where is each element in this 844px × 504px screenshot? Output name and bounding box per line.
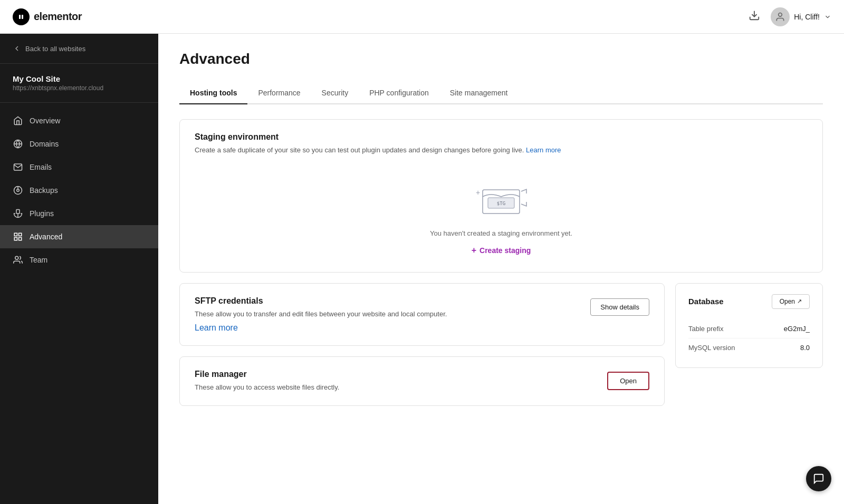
- sidebar-item-label: Team: [30, 256, 47, 264]
- staging-title: Staging environment: [195, 132, 808, 142]
- site-url: https://xnbtspnx.elementor.cloud: [13, 84, 146, 92]
- staging-learn-more[interactable]: Learn more: [526, 146, 561, 154]
- chat-icon: [813, 473, 824, 484]
- logo-text: elementor: [34, 11, 82, 23]
- svg-rect-14: [19, 238, 22, 240]
- database-card-header: Database Open ↗: [688, 294, 810, 309]
- create-staging-button[interactable]: + Create staging: [472, 246, 531, 255]
- sftp-card: SFTP credentials These allow you to tran…: [179, 283, 665, 346]
- staging-illustration: $TG +: [469, 177, 533, 221]
- svg-rect-1: [19, 15, 21, 19]
- sidebar-item-label: Plugins: [30, 209, 54, 218]
- sidebar-item-team[interactable]: Team: [0, 248, 158, 272]
- sidebar-item-plugins[interactable]: Plugins: [0, 202, 158, 225]
- sftp-action: Show details: [590, 298, 649, 316]
- site-info: My Cool Site https://xnbtspnx.elementor.…: [0, 64, 158, 103]
- staging-body: $TG + You haven't created a staging envi…: [180, 166, 822, 272]
- sftp-card-inner: SFTP credentials These allow you to tran…: [180, 284, 664, 346]
- sftp-content: SFTP credentials These allow you to tran…: [195, 296, 447, 333]
- tab-hosting-tools[interactable]: Hosting tools: [179, 82, 247, 104]
- sidebar-item-backups[interactable]: Backups: [0, 179, 158, 202]
- sidebar-item-overview[interactable]: Overview: [0, 109, 158, 132]
- mysql-version-value: 8.0: [800, 344, 810, 352]
- svg-text:+: +: [476, 188, 480, 197]
- sftp-description: These allow you to transfer and edit fil…: [195, 309, 447, 319]
- sidebar-item-label: Domains: [30, 140, 59, 148]
- sidebar-item-emails[interactable]: Emails: [0, 156, 158, 179]
- logo: elementor: [13, 8, 82, 25]
- table-prefix-label: Table prefix: [688, 325, 723, 333]
- staging-card-header: Staging environment Create a safe duplic…: [180, 120, 822, 166]
- file-manager-content: File manager These allow you to access w…: [195, 370, 339, 393]
- download-icon[interactable]: [749, 9, 760, 24]
- file-manager-open-button[interactable]: Open: [607, 372, 649, 390]
- svg-point-8: [17, 189, 20, 192]
- database-title: Database: [688, 297, 724, 306]
- left-cards: SFTP credentials These allow you to tran…: [179, 283, 665, 416]
- database-card: Database Open ↗ Table prefix eG2mJ_ MySQ…: [675, 283, 823, 368]
- person-icon: [13, 255, 23, 265]
- page-title: Advanced: [179, 51, 823, 67]
- tab-php-configuration[interactable]: PHP configuration: [359, 82, 439, 104]
- database-panel: Database Open ↗ Table prefix eG2mJ_ MySQ…: [675, 283, 823, 368]
- sidebar-item-domains[interactable]: Domains: [0, 132, 158, 156]
- tabs: Hosting tools Performance Security PHP c…: [179, 82, 823, 104]
- user-greeting: Hi, Cliff!: [794, 13, 820, 21]
- svg-rect-12: [19, 233, 22, 236]
- svg-rect-13: [14, 238, 17, 240]
- tab-performance[interactable]: Performance: [247, 82, 311, 104]
- site-name: My Cool Site: [13, 74, 146, 83]
- staging-description: Create a safe duplicate of your site so …: [195, 145, 808, 156]
- logo-icon: [13, 8, 30, 25]
- sidebar-item-advanced[interactable]: Advanced: [0, 225, 158, 248]
- sidebar-item-label: Advanced: [30, 232, 62, 241]
- svg-point-0: [17, 13, 25, 21]
- file-manager-card-inner: File manager These allow you to access w…: [180, 357, 664, 405]
- grid-icon: [13, 231, 23, 242]
- layout: Back to all websites My Cool Site https:…: [0, 34, 844, 504]
- file-manager-action: Open: [607, 372, 649, 390]
- svg-point-4: [779, 13, 782, 16]
- sidebar: Back to all websites My Cool Site https:…: [0, 34, 158, 504]
- tab-site-management[interactable]: Site management: [439, 82, 519, 104]
- topbar: elementor Hi, Cliff!: [0, 0, 844, 34]
- mysql-version-label: MySQL version: [688, 344, 735, 352]
- svg-point-15: [15, 256, 18, 259]
- sidebar-nav: Overview Domains: [0, 103, 158, 504]
- plus-icon: +: [472, 246, 476, 255]
- file-manager-description: These allow you to access website files …: [195, 382, 339, 393]
- archive-icon: [13, 185, 23, 196]
- back-to-websites[interactable]: Back to all websites: [0, 34, 158, 64]
- svg-rect-11: [14, 233, 17, 236]
- sidebar-item-label: Emails: [30, 163, 52, 171]
- show-details-button[interactable]: Show details: [590, 298, 649, 316]
- external-link-icon: ↗: [797, 298, 802, 305]
- bottom-row: SFTP credentials These allow you to tran…: [179, 283, 823, 416]
- avatar: [771, 7, 790, 26]
- back-label: Back to all websites: [25, 45, 85, 53]
- svg-text:$TG: $TG: [497, 201, 505, 206]
- database-mysql-row: MySQL version 8.0: [688, 338, 810, 357]
- chevron-down-icon: [824, 13, 831, 21]
- table-prefix-value: eG2mJ_: [784, 325, 810, 333]
- main-content: Advanced Hosting tools Performance Secur…: [158, 34, 844, 504]
- arrow-left-icon: [13, 44, 21, 53]
- staging-card: Staging environment Create a safe duplic…: [179, 119, 823, 273]
- plug-icon: [13, 208, 23, 219]
- svg-rect-10: [16, 210, 20, 214]
- sftp-learn-more[interactable]: Learn more: [195, 323, 238, 332]
- svg-rect-2: [22, 15, 23, 19]
- topbar-right: Hi, Cliff!: [749, 7, 831, 26]
- chat-button[interactable]: [806, 466, 831, 491]
- file-manager-title: File manager: [195, 370, 339, 379]
- file-manager-card: File manager These allow you to access w…: [179, 356, 665, 406]
- user-menu[interactable]: Hi, Cliff!: [771, 7, 831, 26]
- sidebar-item-label: Backups: [30, 186, 58, 195]
- database-table-prefix-row: Table prefix eG2mJ_: [688, 319, 810, 338]
- tab-security[interactable]: Security: [311, 82, 359, 104]
- staging-empty-text: You haven't created a staging environmen…: [430, 229, 572, 237]
- sidebar-item-label: Overview: [30, 117, 60, 125]
- sftp-title: SFTP credentials: [195, 296, 447, 306]
- house-icon: [13, 115, 23, 126]
- database-open-button[interactable]: Open ↗: [772, 294, 810, 309]
